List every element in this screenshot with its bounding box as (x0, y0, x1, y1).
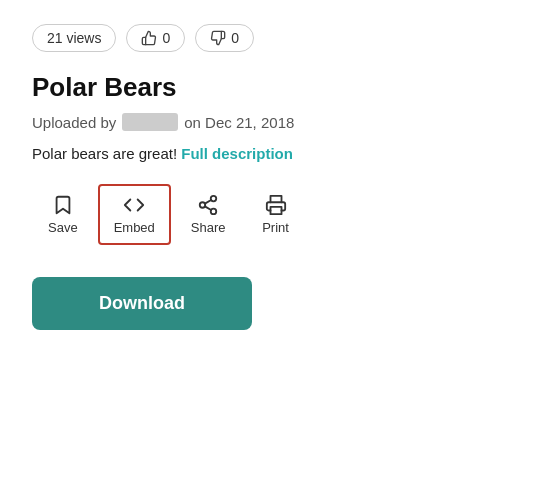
save-label: Save (48, 220, 78, 235)
top-bar: 21 views 0 0 (32, 24, 508, 52)
description-text: Polar bears are great! Full description (32, 145, 508, 162)
upload-suffix: on Dec 21, 2018 (184, 114, 294, 131)
print-label: Print (262, 220, 289, 235)
code-icon (123, 194, 145, 216)
download-button[interactable]: Download (32, 277, 252, 330)
embed-label: Embed (114, 220, 155, 235)
full-description-link[interactable]: Full description (181, 145, 293, 162)
share-label: Share (191, 220, 226, 235)
thumbs-down-icon (210, 30, 226, 46)
like-count: 0 (162, 30, 170, 46)
upload-prefix: Uploaded by (32, 114, 116, 131)
description-content: Polar bears are great! (32, 145, 177, 162)
views-count: 21 views (47, 30, 101, 46)
print-icon (265, 194, 287, 216)
action-buttons: Save Embed Share Print (32, 184, 508, 245)
page-title: Polar Bears (32, 72, 508, 103)
dislike-button[interactable]: 0 (195, 24, 254, 52)
bookmark-icon (52, 194, 74, 216)
svg-line-3 (205, 206, 211, 210)
print-button[interactable]: Print (246, 184, 306, 245)
like-button[interactable]: 0 (126, 24, 185, 52)
thumbs-up-icon (141, 30, 157, 46)
views-badge: 21 views (32, 24, 116, 52)
dislike-count: 0 (231, 30, 239, 46)
share-icon (197, 194, 219, 216)
svg-rect-5 (270, 207, 281, 214)
user-avatar-placeholder (122, 113, 178, 131)
save-button[interactable]: Save (32, 184, 94, 245)
upload-info: Uploaded by on Dec 21, 2018 (32, 113, 508, 131)
embed-button[interactable]: Embed (98, 184, 171, 245)
share-button[interactable]: Share (175, 184, 242, 245)
svg-line-4 (205, 200, 211, 204)
